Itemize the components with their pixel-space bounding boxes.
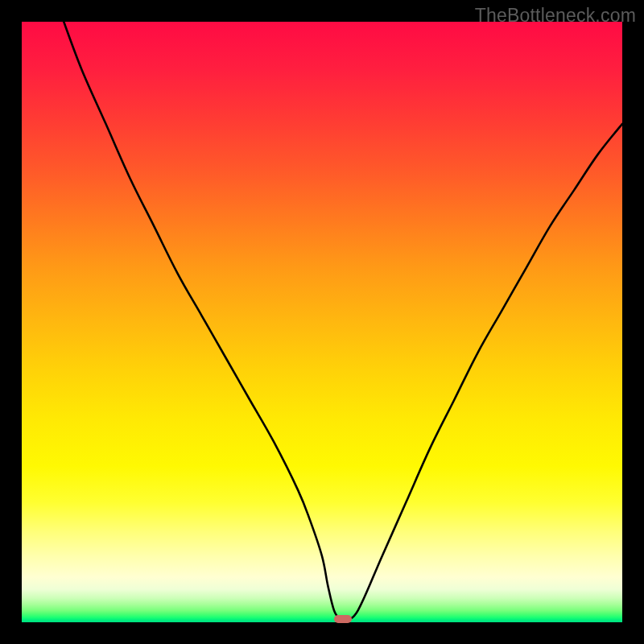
curve-layer xyxy=(22,22,622,622)
plot-area xyxy=(22,22,622,622)
bottleneck-curve xyxy=(64,22,622,621)
chart-frame: TheBottleneck.com xyxy=(0,0,644,644)
watermark-text: TheBottleneck.com xyxy=(475,5,636,27)
optimal-point-marker xyxy=(334,615,352,623)
